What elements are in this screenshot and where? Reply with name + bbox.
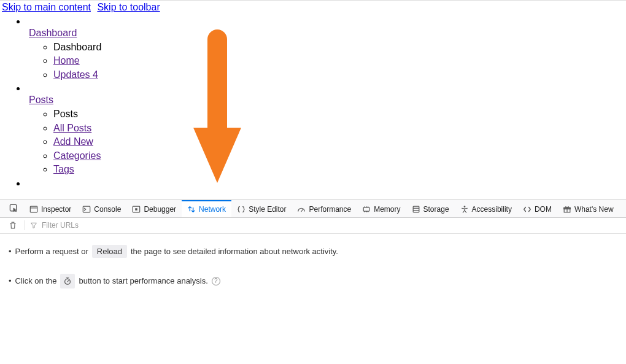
nav-bullet [26, 177, 624, 188]
svg-rect-14 [413, 206, 419, 212]
empty-text: the page to see detailed information abo… [131, 247, 338, 256]
skip-to-main-link[interactable]: Skip to main content [2, 2, 91, 12]
nav-addnew-link[interactable]: Add New [53, 136, 93, 147]
clear-button[interactable] [4, 218, 22, 233]
tab-dom[interactable]: DOM [517, 200, 557, 217]
tab-network[interactable]: Network [182, 200, 231, 217]
memory-icon [362, 205, 371, 214]
empty-text: Perform a request or [15, 247, 88, 256]
bullet: • [9, 276, 12, 285]
devtools-panel: Inspector Console Debugger Network Style [0, 199, 626, 218]
tab-storage[interactable]: Storage [406, 200, 455, 217]
tab-label: Debugger [144, 205, 176, 214]
tab-label: Inspector [41, 205, 71, 214]
start-performance-button[interactable] [60, 274, 75, 288]
reload-button[interactable]: Reload [92, 245, 127, 258]
tab-debugger[interactable]: Debugger [126, 200, 182, 217]
tab-label: Performance [309, 205, 351, 214]
nav-dashboard-current: Dashboard [53, 42, 101, 52]
svg-rect-1 [30, 206, 37, 212]
inspector-icon [29, 205, 38, 214]
element-picker-button[interactable] [4, 200, 24, 217]
nav-categories-link[interactable]: Categories [53, 150, 101, 161]
tab-label: Accessibility [472, 205, 512, 214]
pointer-icon [9, 204, 18, 213]
network-empty-state: • Perform a request or Reload the page t… [0, 234, 626, 317]
devtools-tabstrip: Inspector Console Debugger Network Style [0, 200, 626, 217]
tab-memory[interactable]: Memory [357, 200, 406, 217]
separator [25, 220, 25, 230]
tab-inspector[interactable]: Inspector [24, 200, 77, 217]
debugger-icon [132, 205, 141, 214]
help-icon[interactable]: ? [212, 277, 220, 285]
nav-tags-link[interactable]: Tags [53, 164, 74, 174]
nav-bullet [26, 15, 624, 26]
gift-icon [563, 205, 571, 214]
nav-bullet [26, 82, 624, 93]
skip-to-toolbar-link[interactable]: Skip to toolbar [97, 2, 160, 12]
tab-whatsnew[interactable]: What's New [557, 200, 619, 217]
tab-label: Console [94, 205, 121, 214]
nav-updates-link[interactable]: Updates 4 [53, 69, 98, 80]
storage-icon [412, 205, 420, 214]
accessibility-icon [460, 205, 469, 214]
performance-icon [297, 205, 306, 214]
filter-urls-input[interactable] [41, 220, 163, 230]
tab-label: DOM [535, 205, 552, 214]
dom-icon [523, 205, 531, 214]
console-icon [82, 205, 91, 214]
bullet: • [9, 247, 12, 256]
tab-label: Style Editor [249, 205, 286, 214]
nav-posts-current: Posts [53, 109, 78, 119]
tab-style-editor[interactable]: Style Editor [231, 200, 292, 217]
funnel-icon [30, 222, 37, 229]
nav-home-link[interactable]: Home [53, 55, 80, 66]
tab-performance[interactable]: Performance [292, 200, 357, 217]
svg-rect-5 [136, 208, 138, 211]
tab-label: Storage [423, 205, 449, 214]
tab-label: What's New [574, 205, 614, 214]
stopwatch-icon [63, 277, 72, 285]
network-icon [187, 205, 196, 214]
wp-admin-nav: Dashboard Dashboard Home Updates 4 Posts… [0, 15, 626, 193]
tab-accessibility[interactable]: Accessibility [455, 200, 517, 217]
empty-text: button to start performance analysis. [79, 276, 207, 285]
svg-line-6 [301, 209, 303, 212]
svg-rect-7 [363, 207, 369, 211]
nav-posts-link[interactable]: Posts [29, 95, 53, 105]
svg-line-22 [68, 281, 69, 282]
trash-icon [9, 221, 17, 230]
style-editor-icon [237, 205, 245, 214]
svg-point-17 [463, 206, 465, 207]
tab-label: Memory [374, 205, 400, 214]
tab-label: Network [199, 205, 226, 214]
svg-rect-3 [83, 206, 90, 212]
network-toolbar [0, 218, 626, 234]
nav-allposts-link[interactable]: All Posts [53, 123, 91, 133]
nav-dashboard-link[interactable]: Dashboard [29, 28, 77, 38]
tab-console[interactable]: Console [77, 200, 126, 217]
empty-text: Click on the [15, 276, 57, 285]
